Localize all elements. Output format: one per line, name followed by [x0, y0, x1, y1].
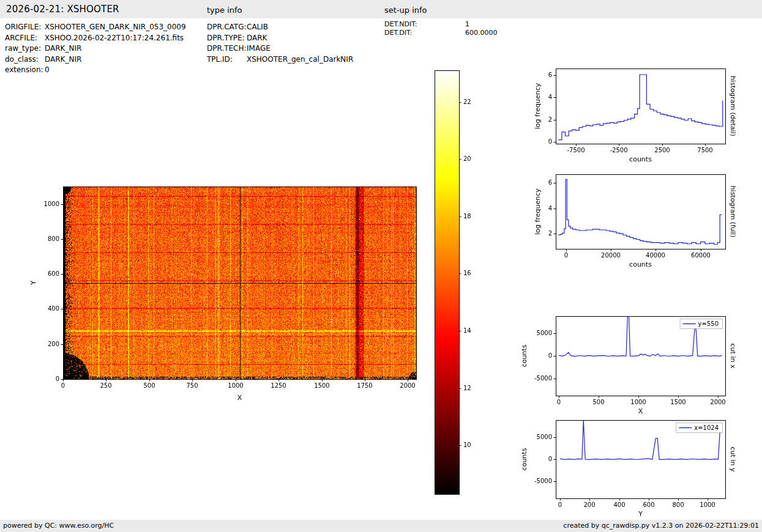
file-info-block: ORIGFILE:XSHOOTER_GEN_DARK_NIR_053_0009 … [5, 22, 186, 76]
meta-row: DET.NDIT:1 [384, 20, 498, 29]
meta-row: raw_type:DARK_NIR [5, 43, 186, 54]
meta-value: XSHOOTER_GEN_DARK_NIR_053_0009 [45, 23, 186, 31]
meta-row: extension:0 [5, 65, 186, 76]
meta-key: DPR.CATG: [207, 22, 247, 33]
histogram-detail-canvas [520, 60, 744, 167]
cut-in-x-canvas [520, 309, 744, 414]
detector-image-canvas [24, 181, 428, 408]
meta-value: DARK [247, 34, 267, 42]
colorbar-canvas [428, 67, 490, 504]
setup-info-block: DET.NDIT:1 DET.DIT:600.0000 [384, 20, 498, 37]
meta-value: 600.0000 [465, 29, 498, 37]
qc-report-page: 2026-02-21: XSHOOTER type info set-up in… [0, 0, 762, 532]
type-info-heading: type info [207, 6, 242, 15]
meta-value: XSHOOTER_gen_cal_DarkNIR [247, 55, 353, 64]
setup-info-heading: set-up info [384, 6, 427, 15]
meta-value: IMAGE [247, 44, 271, 53]
meta-key: DET.NDIT: [384, 20, 465, 29]
meta-value: DARK_NIR [45, 44, 81, 53]
meta-value: XSHOO.2026-02-22T10:17:24.261.fits [45, 34, 184, 42]
meta-key: TPL.ID: [207, 54, 247, 65]
meta-row: TPL.ID:XSHOOTER_gen_cal_DarkNIR [207, 54, 353, 65]
cut-in-y-canvas [520, 413, 744, 520]
footer-bar: powered by QC: www.eso.org/HC created by… [0, 520, 762, 532]
meta-row: DPR.TYPE:DARK [207, 33, 353, 44]
meta-value: 0 [45, 65, 50, 74]
meta-row: DET.DIT:600.0000 [384, 29, 498, 37]
meta-row: do_class:DARK_NIR [5, 54, 186, 65]
meta-value: CALIB [247, 23, 268, 31]
meta-key: DPR.TYPE: [207, 33, 247, 44]
meta-value: 1 [465, 20, 469, 28]
meta-key: DPR.TECH: [207, 43, 247, 54]
meta-row: DPR.TECH:IMAGE [207, 43, 353, 54]
meta-key: raw_type: [5, 43, 45, 54]
page-title: 2026-02-21: XSHOOTER [6, 4, 119, 15]
footer-powered-by: powered by QC: www.eso.org/HC [3, 522, 114, 530]
meta-row: ORIGFILE:XSHOOTER_GEN_DARK_NIR_053_0009 [5, 22, 186, 33]
meta-key: ARCFILE: [5, 33, 45, 44]
meta-key: DET.DIT: [384, 29, 465, 37]
meta-key: extension: [5, 65, 45, 76]
meta-row: DPR.CATG:CALIB [207, 22, 353, 33]
meta-key: do_class: [5, 54, 45, 65]
meta-key: ORIGFILE: [5, 22, 45, 33]
footer-created-by: created by qc_rawdisp.py v1.2.3 on 2026-… [563, 522, 759, 530]
type-info-block: DPR.CATG:CALIB DPR.TYPE:DARK DPR.TECH:IM… [207, 22, 353, 65]
header-bar: 2026-02-21: XSHOOTER type info set-up in… [0, 0, 762, 18]
histogram-full-canvas [520, 166, 744, 272]
meta-value: DARK_NIR [45, 55, 81, 64]
meta-row: ARCFILE:XSHOO.2026-02-22T10:17:24.261.fi… [5, 33, 186, 44]
